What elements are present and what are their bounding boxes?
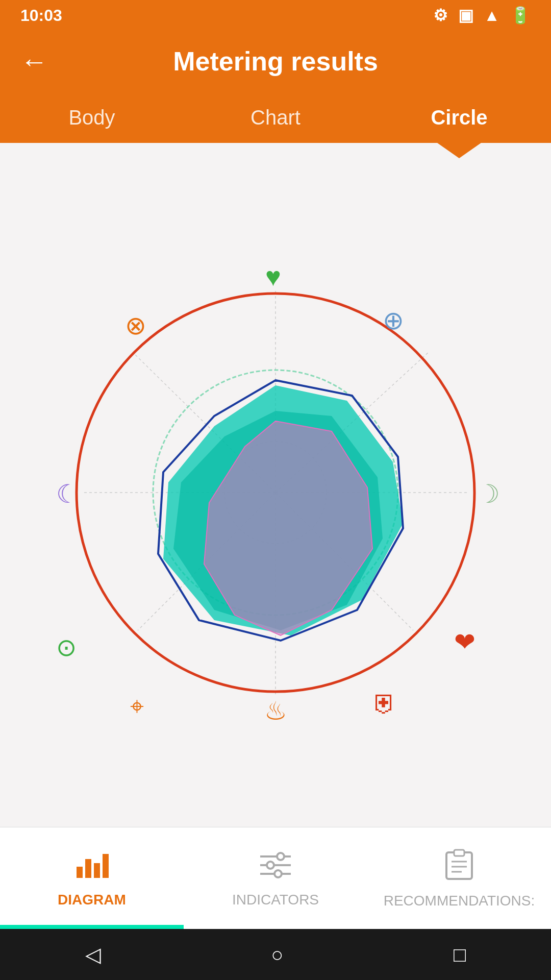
back-button[interactable]: ← <box>20 45 48 77</box>
gear-icon: ⚙ <box>433 6 448 25</box>
svg-rect-18 <box>103 854 109 878</box>
tab-circle[interactable]: Circle <box>367 92 551 143</box>
svg-point-22 <box>267 862 274 869</box>
clipboard-icon <box>444 847 474 888</box>
indicators-icon <box>258 849 293 887</box>
svg-rect-16 <box>85 859 91 878</box>
bottom-organ-icon: ♨ <box>264 697 287 722</box>
diagram-label: DIAGRAM <box>58 892 126 908</box>
diagram-icon <box>74 849 110 887</box>
status-bar: 10:03 ⚙ ▣ ▲ 🔋 <box>0 0 551 31</box>
brain-icon: ⊗ <box>125 311 146 340</box>
nav-home-button[interactable]: ○ <box>271 943 283 966</box>
tab-body[interactable]: Body <box>0 92 184 143</box>
nav-recents-button[interactable]: □ <box>454 943 466 966</box>
liver-icon: ⌖ <box>130 693 144 720</box>
radar-chart: ♥︎ ⊕ ⊗ ☽ ☾ ❤ ⊙ ⛨ ⌖ ♨ <box>46 263 505 722</box>
svg-rect-26 <box>454 850 464 856</box>
bottom-nav: DIAGRAM INDICATORS RECOMMENDATION <box>0 827 551 929</box>
sim-icon: ▣ <box>458 6 473 25</box>
nav-diagram[interactable]: DIAGRAM <box>0 849 184 908</box>
main-content: ♥︎ ⊕ ⊗ ☽ ☾ ❤ ⊙ ⛨ ⌖ ♨ <box>0 143 551 827</box>
svg-rect-17 <box>94 863 100 878</box>
intestine-icon: ☽ <box>477 480 500 508</box>
recommendations-label: RECOMMENDATIONS: <box>384 893 535 909</box>
heart-monitor-icon: ♥︎ <box>265 263 281 291</box>
system-nav-bar: ◁ ○ □ <box>0 929 551 980</box>
time-display: 10:03 <box>20 6 62 25</box>
svg-rect-15 <box>77 867 83 878</box>
lungs-icon: ⊙ <box>56 634 77 661</box>
wifi-icon: ▲ <box>484 6 500 25</box>
header: ← Metering results <box>0 31 551 92</box>
progress-bar <box>0 925 184 929</box>
tab-chart[interactable]: Chart <box>184 92 367 143</box>
indicators-label: INDICATORS <box>232 892 319 908</box>
nav-recommendations[interactable]: RECOMMENDATIONS: <box>367 847 551 909</box>
svg-point-24 <box>274 870 282 877</box>
nav-indicators[interactable]: INDICATORS <box>184 849 367 908</box>
svg-point-20 <box>277 853 284 860</box>
tab-bar: Body Chart Circle <box>0 92 551 143</box>
shield-icon: ⛨ <box>372 689 398 718</box>
stomach-icon: ⊕ <box>383 306 404 335</box>
heart-right-icon: ❤ <box>454 628 475 656</box>
left-organ-icon: ☾ <box>56 480 79 508</box>
status-icons: ⚙ ▣ ▲ 🔋 <box>433 6 531 25</box>
page-title: Metering results <box>173 46 378 77</box>
nav-back-button[interactable]: ◁ <box>85 943 101 966</box>
battery-icon: 🔋 <box>510 6 531 25</box>
